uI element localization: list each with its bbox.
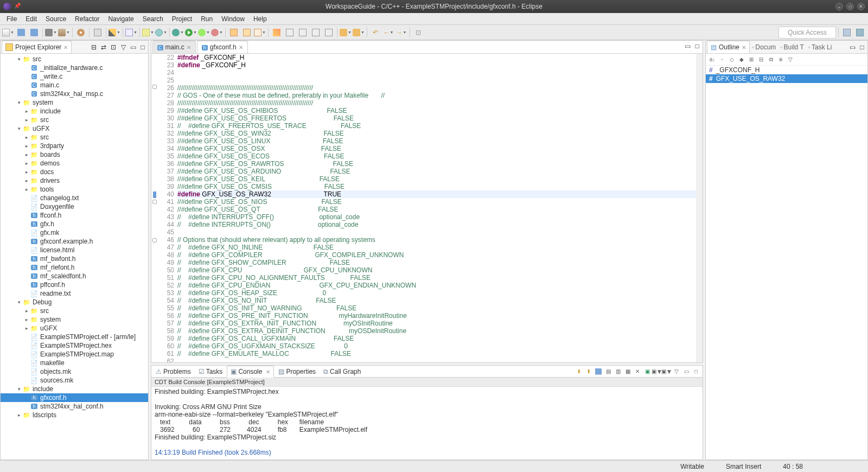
- new-folder-button[interactable]: [241, 27, 253, 39]
- outline-item[interactable]: #_GFXCONF_H: [706, 66, 867, 74]
- hide-fields-button[interactable]: ▫: [718, 55, 726, 64]
- toggle-block-button[interactable]: [297, 27, 309, 39]
- toggle-ws-button[interactable]: [323, 27, 335, 39]
- save-button[interactable]: [15, 27, 27, 39]
- tree-item[interactable]: main.c: [1, 81, 148, 90]
- save-all-button[interactable]: [28, 27, 40, 39]
- open-console-button[interactable]: ▣: [643, 367, 652, 376]
- minimize-editor-button[interactable]: ▭: [683, 42, 692, 50]
- new-button[interactable]: ▼: [2, 27, 14, 39]
- close-icon[interactable]: ✕: [63, 44, 68, 50]
- tree-item[interactable]: src: [1, 55, 148, 63]
- tree-item[interactable]: include: [1, 107, 148, 116]
- tree-item[interactable]: docs: [1, 168, 148, 176]
- menu-run[interactable]: Run: [196, 14, 217, 24]
- tree-item[interactable]: gfxconf.example.h: [1, 237, 148, 246]
- close-button[interactable]: ✕: [857, 3, 865, 10]
- pin-editor-button[interactable]: ⊡: [412, 27, 424, 39]
- toggle-select-button[interactable]: [310, 27, 322, 39]
- scroll-lock-up-button[interactable]: ⬇: [575, 367, 583, 376]
- maximize-editor-button[interactable]: □: [693, 42, 701, 50]
- tree-item[interactable]: ExampleSTMProject.elf - [arm/le]: [1, 333, 148, 341]
- sort-alpha-button[interactable]: a↓: [708, 55, 717, 64]
- tree-item[interactable]: ffconf.h: [1, 211, 148, 220]
- tree-item[interactable]: license.html: [1, 246, 148, 254]
- tree-item[interactable]: pffconf.h: [1, 280, 148, 289]
- view-menu-button[interactable]: ▽: [119, 43, 127, 52]
- minimize-view-button[interactable]: ▭: [129, 43, 137, 52]
- tree-item[interactable]: uGFX: [1, 124, 148, 133]
- nav-back-button[interactable]: ▼: [382, 27, 394, 39]
- menu-edit[interactable]: Edit: [21, 14, 41, 24]
- tree-item[interactable]: src: [1, 307, 148, 315]
- perspective-other-button[interactable]: [854, 27, 866, 39]
- editor-scrollbar[interactable]: [696, 54, 703, 362]
- outline-menu-button[interactable]: ▽: [786, 55, 795, 64]
- maximize-button[interactable]: ◇: [846, 3, 854, 10]
- tree-item[interactable]: system: [1, 98, 148, 107]
- console-output[interactable]: Finished building: ExampleSTMProject.hex…: [151, 387, 703, 460]
- open-element-button[interactable]: ▼: [142, 27, 154, 39]
- code-editor[interactable]: 2223242526272829303132333435363738394041…: [151, 54, 703, 362]
- focus-button[interactable]: ⊡: [109, 43, 118, 52]
- tree-item[interactable]: boards: [1, 150, 148, 159]
- outline-tab[interactable]: ▤ Outline ✕: [707, 41, 750, 53]
- menu-help[interactable]: Help: [249, 14, 271, 24]
- toggle-mark-button[interactable]: [271, 27, 283, 39]
- clear-console-button[interactable]: ✕: [633, 367, 642, 376]
- close-icon[interactable]: ✕: [187, 44, 191, 50]
- bottom-tab-console[interactable]: ▣Console✕: [227, 366, 274, 378]
- tree-item[interactable]: gfxconf.h: [1, 393, 148, 402]
- console3-button[interactable]: ▦: [623, 367, 632, 376]
- build-target-button[interactable]: [75, 27, 87, 39]
- close-icon[interactable]: ✕: [742, 44, 746, 50]
- next-annot-button[interactable]: ▼: [340, 27, 352, 39]
- group-button[interactable]: ⧉: [767, 55, 775, 64]
- perspective-cpp-button[interactable]: [841, 27, 853, 39]
- tree-item[interactable]: gfx.mk: [1, 228, 148, 237]
- tree-item[interactable]: src: [1, 116, 148, 124]
- outline-tree[interactable]: #_GFXCONF_H#GFX_USE_OS_RAW32: [706, 66, 867, 460]
- bottom-tab-call-graph[interactable]: ⧉Call Graph: [320, 366, 364, 377]
- tree-item[interactable]: src: [1, 133, 148, 142]
- hide-nonpublic-button[interactable]: ◆: [737, 55, 746, 64]
- tree-item[interactable]: system: [1, 315, 148, 324]
- tree-item[interactable]: objects.mk: [1, 367, 148, 376]
- quick-access-field[interactable]: Quick Access: [778, 27, 836, 39]
- outline-other-tab[interactable]: ▫Build T: [778, 41, 806, 53]
- bottom-tab-problems[interactable]: ⚠Problems: [152, 366, 194, 377]
- collapse-all-button[interactable]: ⊟: [90, 43, 98, 52]
- last-edit-button[interactable]: ↶: [369, 27, 381, 39]
- build-button[interactable]: ▼: [58, 27, 70, 39]
- outline-item[interactable]: #GFX_USE_OS_RAW32: [706, 74, 867, 83]
- tree-item[interactable]: mf_rlefont.h: [1, 263, 148, 272]
- tree-item[interactable]: readme.txt: [1, 289, 148, 298]
- tree-item[interactable]: stm32f4xx_hal_conf.h: [1, 402, 148, 411]
- tree-item[interactable]: ldscripts: [1, 411, 148, 419]
- console1-button[interactable]: ▤: [604, 367, 612, 376]
- wand-button[interactable]: ▼: [108, 27, 120, 39]
- open-type-button[interactable]: ▼: [155, 27, 167, 39]
- maximize-console-button[interactable]: □: [692, 367, 700, 376]
- build-config-button[interactable]: ▼: [45, 27, 57, 39]
- external-tools-button[interactable]: ▼: [211, 27, 223, 39]
- close-icon[interactable]: ✕: [239, 44, 243, 50]
- filter2-button[interactable]: ⊟: [757, 55, 765, 64]
- tree-item[interactable]: Doxygenfile: [1, 202, 148, 211]
- menu-search[interactable]: Search: [138, 14, 168, 24]
- tree-item[interactable]: sources.mk: [1, 376, 148, 385]
- editor-tab[interactable]: gfxconf.h✕: [197, 41, 248, 53]
- tree-item[interactable]: 3rdparty: [1, 142, 148, 150]
- scroll-lock-down-button[interactable]: ⬆: [584, 367, 593, 376]
- minimize-button[interactable]: ⌄: [835, 3, 843, 10]
- tree-item[interactable]: Debug: [1, 298, 148, 307]
- tree-item[interactable]: tools: [1, 185, 148, 194]
- nav-forward-button[interactable]: ▼: [395, 27, 407, 39]
- tree-item[interactable]: mf_bwfont.h: [1, 254, 148, 263]
- tree-item[interactable]: changelog.txt: [1, 194, 148, 202]
- tree-item[interactable]: ExampleSTMProject.map: [1, 350, 148, 359]
- project-explorer-tab[interactable]: Project Explorer ✕: [2, 41, 72, 53]
- console-menu-button[interactable]: ▽: [672, 367, 681, 376]
- close-icon[interactable]: ✕: [266, 369, 270, 375]
- menu-navigate[interactable]: Navigate: [104, 14, 138, 24]
